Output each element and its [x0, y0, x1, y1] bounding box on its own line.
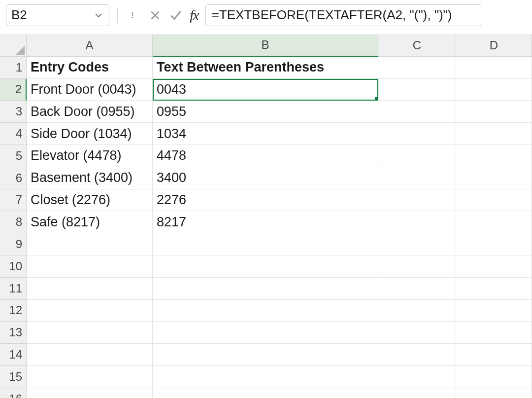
cell-D13[interactable] — [456, 322, 532, 344]
cell-C13[interactable] — [378, 322, 456, 344]
row-header-14[interactable]: 14 — [0, 344, 27, 366]
row-header-9[interactable]: 9 — [0, 233, 27, 255]
cell-D16[interactable] — [456, 388, 532, 398]
cell-A3[interactable]: Back Door (0955) — [27, 101, 153, 123]
cell-A16[interactable] — [27, 388, 153, 398]
cell-B14[interactable] — [153, 344, 378, 366]
cell-C12[interactable] — [378, 300, 456, 322]
cell-C1[interactable] — [378, 57, 456, 79]
cell-B10[interactable] — [153, 255, 378, 278]
cell-C10[interactable] — [378, 255, 456, 278]
col-header-D[interactable]: D — [456, 35, 532, 57]
formula-input[interactable]: =TEXTBEFORE(TEXTAFTER(A2, "("), ")") — [205, 4, 481, 26]
select-all-corner[interactable] — [0, 35, 27, 57]
cell-B11[interactable] — [153, 278, 378, 300]
row-header-10[interactable]: 10 — [0, 255, 27, 278]
cell-B15[interactable] — [153, 366, 378, 388]
row-header-8[interactable]: 8 — [0, 211, 27, 233]
cell-B8[interactable]: 8217 — [153, 211, 378, 233]
cell-D10[interactable] — [456, 255, 532, 278]
cell-D11[interactable] — [456, 278, 532, 300]
cell-A5[interactable]: Elevator (4478) — [27, 145, 153, 167]
cell-D4[interactable] — [456, 123, 532, 145]
cell-C3[interactable] — [378, 101, 456, 123]
cell-D2[interactable] — [456, 79, 532, 101]
cell-B12[interactable] — [153, 300, 378, 322]
name-box-value: B2 — [11, 7, 27, 23]
cell-A13[interactable] — [27, 322, 153, 344]
cell-A9[interactable] — [27, 233, 153, 255]
cell-A15[interactable] — [27, 366, 153, 388]
cell-D5[interactable] — [456, 145, 532, 167]
spreadsheet-grid[interactable]: ABCD1Entry CodesText Between Parentheses… — [0, 35, 532, 398]
cell-C15[interactable] — [378, 366, 456, 388]
cell-C16[interactable] — [378, 388, 456, 398]
cell-A2[interactable]: Front Door (0043) — [27, 79, 153, 101]
row-header-13[interactable]: 13 — [0, 322, 27, 344]
cell-A7[interactable]: Closet (2276) — [27, 189, 153, 212]
cell-C11[interactable] — [378, 278, 456, 300]
row-header-6[interactable]: 6 — [0, 167, 27, 189]
cell-C6[interactable] — [378, 167, 456, 189]
cell-B4[interactable]: 1034 — [153, 123, 378, 145]
formula-bar-area: B2 fx =TEXTBEFORE(TEXTAFTER(A2, "("), ")… — [0, 0, 532, 35]
svg-point-1 — [132, 14, 133, 16]
cell-C2[interactable] — [378, 79, 456, 101]
cell-A4[interactable]: Side Door (1034) — [27, 123, 153, 145]
row-header-12[interactable]: 12 — [0, 300, 27, 322]
col-header-B[interactable]: B — [153, 35, 378, 57]
cell-D1[interactable] — [456, 57, 532, 79]
fx-icon[interactable]: fx — [190, 7, 199, 24]
cell-D8[interactable] — [456, 211, 532, 233]
cell-D3[interactable] — [456, 101, 532, 123]
cancel-icon[interactable] — [148, 8, 162, 22]
cell-A12[interactable] — [27, 300, 153, 322]
cell-C14[interactable] — [378, 344, 456, 366]
cell-B16[interactable] — [153, 388, 378, 398]
row-header-15[interactable]: 15 — [0, 366, 27, 388]
row-header-4[interactable]: 4 — [0, 123, 27, 145]
cell-B6[interactable]: 3400 — [153, 167, 378, 189]
cell-C5[interactable] — [378, 145, 456, 167]
cell-B3[interactable]: 0955 — [153, 101, 378, 123]
cell-C7[interactable] — [378, 189, 456, 212]
cell-A14[interactable] — [27, 344, 153, 366]
cell-A8[interactable]: Safe (8217) — [27, 211, 153, 233]
row-header-2[interactable]: 2 — [0, 79, 27, 101]
cell-D12[interactable] — [456, 300, 532, 322]
cell-D9[interactable] — [456, 233, 532, 255]
cell-D14[interactable] — [456, 344, 532, 366]
cell-A1[interactable]: Entry Codes — [27, 57, 153, 79]
cell-B9[interactable] — [153, 233, 378, 255]
dots-vertical-icon[interactable] — [126, 8, 139, 22]
cell-B5[interactable]: 4478 — [153, 145, 378, 167]
row-header-1[interactable]: 1 — [0, 57, 27, 79]
cell-B13[interactable] — [153, 322, 378, 344]
col-header-C[interactable]: C — [378, 35, 456, 57]
row-header-16[interactable]: 16 — [0, 388, 27, 398]
cell-D15[interactable] — [456, 366, 532, 388]
row-header-3[interactable]: 3 — [0, 101, 27, 123]
cell-C8[interactable] — [378, 211, 456, 233]
cell-B1[interactable]: Text Between Parentheses — [153, 57, 378, 79]
cell-C9[interactable] — [378, 233, 456, 255]
cell-A11[interactable] — [27, 278, 153, 300]
cell-B2[interactable]: 0043 — [153, 79, 378, 101]
cell-A6[interactable]: Basement (3400) — [27, 167, 153, 189]
row-header-11[interactable]: 11 — [0, 278, 27, 300]
enter-check-icon[interactable] — [169, 8, 183, 22]
cell-D7[interactable] — [456, 189, 532, 212]
cell-B7[interactable]: 2276 — [153, 189, 378, 212]
separator — [117, 7, 118, 23]
cell-A10[interactable] — [27, 255, 153, 278]
cell-D6[interactable] — [456, 167, 532, 189]
row-header-5[interactable]: 5 — [0, 145, 27, 167]
row-header-7[interactable]: 7 — [0, 189, 27, 212]
col-header-A[interactable]: A — [27, 35, 153, 57]
svg-point-2 — [132, 16, 133, 18]
formula-text: =TEXTBEFORE(TEXTAFTER(A2, "("), ")") — [212, 7, 452, 23]
cell-C4[interactable] — [378, 123, 456, 145]
svg-point-0 — [132, 12, 133, 14]
chevron-down-icon[interactable] — [93, 10, 104, 21]
name-box[interactable]: B2 — [6, 4, 109, 26]
